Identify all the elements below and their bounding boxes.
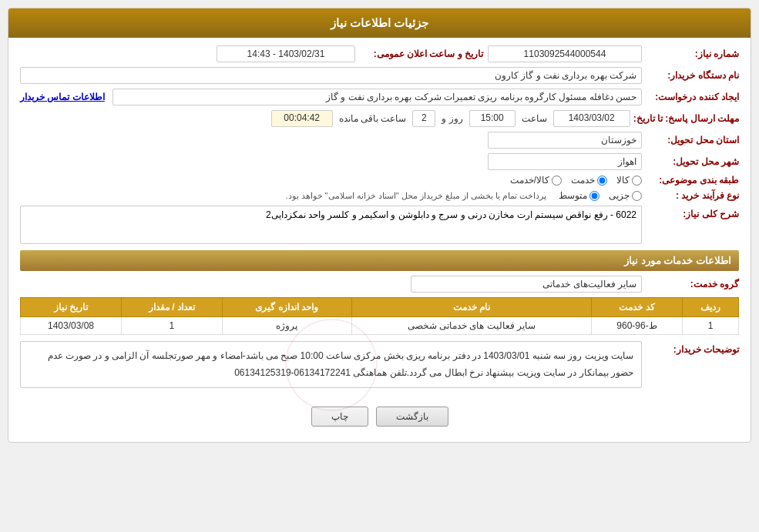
date-time-value: 1403/02/31 - 14:43 <box>217 45 355 62</box>
need-number-row: شماره نیاز: 1103092544000544 تاریخ و ساع… <box>20 45 739 62</box>
buyer-org-value: شرکت بهره برداری نفت و گاز کارون <box>20 67 642 84</box>
city-label: شهر محل تحویل: <box>646 156 739 167</box>
deadline-remaining: 00:04:42 <box>271 110 333 127</box>
process-row: نوع فرآیند خرید : جزیی متوسط پرداخت تمام… <box>20 190 739 201</box>
process-jozi-item[interactable]: جزیی <box>609 190 642 201</box>
deadline-days: 2 <box>412 110 435 127</box>
category-khedmat-radio[interactable] <box>597 176 607 186</box>
services-table-header: ردیف کد خدمت نام خدمت واحد اندازه گیری ت… <box>21 298 739 317</box>
category-kala-khedmat-item[interactable]: کالا/خدمت <box>510 175 562 186</box>
need-number-label: شماره نیاز: <box>646 49 739 59</box>
deadline-label: مهلت ارسال پاسخ: تا تاریخ: <box>633 113 739 124</box>
process-radio-group: جزیی متوسط <box>559 190 642 201</box>
contact-link[interactable]: اطلاعات تماس خریدار <box>20 92 105 102</box>
category-row: طبقه بندی موضوعی: کالا خدمت کالا/خدمت <box>20 175 739 186</box>
service-group-row: گروه خدمت: سایر فعالیت‌های خدماتی <box>20 276 739 293</box>
col-code: کد خدمت <box>592 298 683 317</box>
requester-value: حسن دغافله مسئول کارگروه برنامه ریزی تعم… <box>113 89 642 105</box>
need-description-row: شرح کلی نیاز: <box>20 206 739 244</box>
need-description-textarea[interactable] <box>20 206 642 244</box>
service-group-label: گروه خدمت: <box>646 279 739 289</box>
deadline-row: مهلت ارسال پاسخ: تا تاریخ: 1403/03/02 سا… <box>20 110 739 127</box>
category-radio-group: کالا خدمت کالا/خدمت <box>510 175 642 186</box>
page-header: جزئیات اطلاعات نیاز <box>8 8 751 38</box>
page-title: جزئیات اطلاعات نیاز <box>331 16 428 29</box>
back-button[interactable]: بازگشت <box>376 407 448 427</box>
buyer-notes-row: توضیحات خریدار: سایت ویزیت روز سه شنبه 1… <box>20 341 739 394</box>
category-khedmat-label: خدمت <box>571 175 595 186</box>
requester-row: ایجاد کننده درخواست: حسن دغافله مسئول کا… <box>20 89 739 105</box>
need-number-value: 1103092544000544 <box>488 45 642 62</box>
category-kala-item[interactable]: کالا <box>616 175 642 186</box>
process-label: نوع فرآیند خرید : <box>646 190 739 201</box>
buyer-org-label: نام دستگاه خریدار: <box>646 70 739 81</box>
services-table: ردیف کد خدمت نام خدمت واحد اندازه گیری ت… <box>20 297 739 335</box>
province-label: استان محل تحویل: <box>646 135 739 146</box>
deadline-date: 1403/03/02 <box>553 110 630 127</box>
process-note: پرداخت تمام یا بخشی از مبلغ خریداز محل "… <box>285 191 546 201</box>
buyer-notes-content: سایت ویزیت روز سه شنبه 1403/03/01 در دفت… <box>48 350 633 378</box>
process-motevaset-label: متوسط <box>559 190 587 201</box>
need-description-label: شرح کلی نیاز: <box>646 206 739 219</box>
services-section-header: اطلاعات خدمات مورد نیاز <box>20 250 739 271</box>
deadline-time: 15:00 <box>469 110 516 127</box>
date-time-label: تاریخ و ساعت اعلان عمومی: <box>360 49 483 59</box>
process-jozi-radio[interactable] <box>632 191 642 201</box>
process-jozi-label: جزیی <box>609 190 630 201</box>
requester-label: ایجاد کننده درخواست: <box>646 92 739 102</box>
col-unit: واحد اندازه گیری <box>222 298 351 317</box>
service-group-value: سایر فعالیت‌های خدماتی <box>411 276 642 293</box>
city-value: اهواز <box>488 153 642 170</box>
city-row: شهر محل تحویل: اهواز <box>20 153 739 170</box>
category-kala-radio[interactable] <box>632 176 642 186</box>
category-label: طبقه بندی موضوعی: <box>646 175 739 186</box>
deadline-days-label: روز و <box>442 113 462 124</box>
process-motevaset-item[interactable]: متوسط <box>559 190 599 201</box>
province-row: استان محل تحویل: خوزستان <box>20 132 739 149</box>
table-cell-quantity: 1 <box>121 317 222 335</box>
table-cell-code: ط-96-960 <box>592 317 683 335</box>
category-khedmat-item[interactable]: خدمت <box>571 175 607 186</box>
deadline-remaining-label: ساعت باقی مانده <box>339 113 407 124</box>
col-row: ردیف <box>682 298 738 317</box>
col-date: تاریخ نیاز <box>21 298 122 317</box>
table-cell-row: 1 <box>682 317 738 335</box>
col-name: نام خدمت <box>351 298 592 317</box>
buyer-notes-label: توضیحات خریدار: <box>646 341 739 355</box>
col-quantity: تعداد / مقدار <box>121 298 222 317</box>
table-row: 1ط-96-960سایر فعالیت های خدماتی شخصیپروژ… <box>21 317 739 335</box>
process-motevaset-radio[interactable] <box>589 191 599 201</box>
category-kala-khedmat-label: کالا/خدمت <box>510 175 549 186</box>
table-cell-name: سایر فعالیت های خدماتی شخصی <box>351 317 592 335</box>
table-cell-unit: پروژه <box>222 317 351 335</box>
category-kala-khedmat-radio[interactable] <box>552 176 562 186</box>
table-cell-date: 1403/03/08 <box>21 317 122 335</box>
services-table-body: 1ط-96-960سایر فعالیت های خدماتی شخصیپروژ… <box>21 317 739 335</box>
print-button[interactable]: چاپ <box>311 407 368 427</box>
category-kala-label: کالا <box>616 175 630 186</box>
buyer-org-row: نام دستگاه خریدار: شرکت بهره برداری نفت … <box>20 67 739 84</box>
button-row: بازگشت چاپ <box>20 399 739 434</box>
deadline-time-label: ساعت <box>522 113 547 124</box>
province-value: خوزستان <box>488 132 642 149</box>
buyer-notes-text: سایت ویزیت روز سه شنبه 1403/03/01 در دفت… <box>20 341 642 388</box>
